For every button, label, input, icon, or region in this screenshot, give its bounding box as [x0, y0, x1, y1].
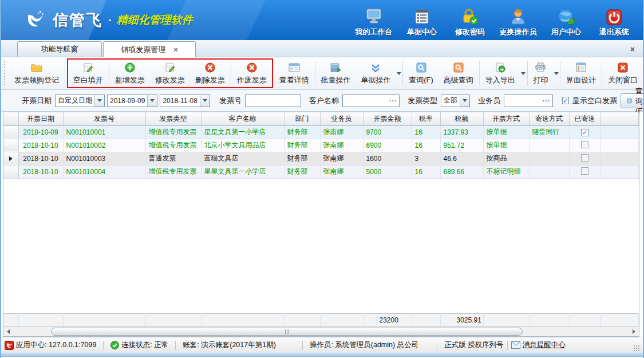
status-divider	[302, 341, 303, 350]
scroll-left-icon[interactable]	[3, 327, 13, 336]
toolbar-ui-design-button[interactable]: 界面设计	[561, 60, 601, 87]
toolbar-void-invoice-button[interactable]: 作废发票	[232, 60, 272, 87]
mail-icon	[511, 341, 520, 349]
resize-grip[interactable]	[634, 345, 639, 351]
tab-close-icon[interactable]: ×	[173, 45, 178, 54]
toolbar-print-button[interactable]: 打印	[528, 60, 553, 87]
nav-document-center[interactable]: 单据中心	[398, 6, 446, 37]
add-circle-icon	[125, 62, 135, 73]
salesperson-input[interactable]	[504, 96, 541, 106]
sent-checkbox[interactable]	[581, 154, 588, 162]
search-blue-icon	[416, 62, 426, 73]
sent-checkbox[interactable]	[581, 129, 588, 136]
row-selector-cell[interactable]	[3, 165, 18, 178]
toolbar-separator	[402, 61, 403, 85]
toolbar-close-window-button[interactable]: 关闭窗口	[603, 60, 643, 87]
invoice-type-select[interactable]: 全部	[441, 95, 470, 107]
toolbar-separator	[65, 61, 65, 85]
toolbar-separator	[527, 61, 528, 85]
toolbar-document-operations-button[interactable]: 单据操作	[355, 60, 396, 87]
tab-sales-invoice-management[interactable]: 销项发票管理 ×	[103, 41, 196, 57]
row-selector-cell[interactable]	[3, 139, 18, 152]
toolbar-grip-handle[interactable]	[3, 61, 6, 85]
table-row[interactable]: 2018-10-10 N001010004 增值税专用发票 星星文具第一小学店 …	[3, 165, 639, 178]
document-operations-dropdown-arrow[interactable]	[396, 60, 402, 87]
customer-name-input[interactable]	[343, 96, 388, 106]
date-mode-select[interactable]: 自定义日期	[55, 95, 105, 107]
nav-exit-system[interactable]: 退出系统	[590, 6, 638, 37]
sent-checkbox[interactable]	[581, 167, 588, 175]
toolbar-edit-invoice-button[interactable]: 修改发票	[150, 60, 190, 87]
nav-my-workbench[interactable]: 我的工作台	[350, 6, 398, 37]
show-blank-invoice-checkbox[interactable]	[562, 97, 569, 104]
ellipsis-picker-icon[interactable]: ···	[388, 97, 399, 104]
status-bar: 应用中心: 127.0.0.1:7099 连接状态: 正常 账套: 演示账套(2…	[1, 337, 643, 353]
chevron-down-icon[interactable]	[460, 95, 469, 107]
status-app-center: 应用中心: 127.0.0.1:7099	[5, 340, 96, 350]
toolbar-separator	[560, 61, 560, 85]
toolbar-view-details-button[interactable]: 查看详情	[274, 60, 314, 87]
password-lock-icon	[461, 6, 479, 25]
table-row-current[interactable]: 2018-10-10 N001010003 普通发票 蓝猫文具店 财务部 张南娜…	[3, 152, 639, 165]
tax-total: 3025.91	[440, 314, 483, 326]
scroll-right-icon[interactable]	[629, 327, 639, 336]
amount-total: 23200	[363, 314, 412, 326]
col-header[interactable]: 开票方式	[483, 112, 529, 125]
col-header[interactable]: 税额	[440, 112, 483, 125]
ellipsis-picker-icon[interactable]: ···	[541, 97, 552, 104]
invoice-no-input[interactable]	[245, 95, 301, 107]
power-icon	[606, 6, 622, 25]
import-export-dropdown-arrow[interactable]	[520, 60, 527, 87]
col-header[interactable]: 业务员	[320, 112, 363, 125]
toolbar-invoice-purchase-register-button[interactable]: 发票领购登记	[9, 60, 64, 87]
horizontal-scrollbar[interactable]	[3, 326, 639, 336]
col-header[interactable]: 寄送方式	[529, 112, 569, 125]
show-blank-invoice-label: 显示空白发票	[572, 96, 617, 106]
brand-name: 信管飞	[53, 10, 102, 30]
toolbar: 发票领购登记 空白填开 新增发票 修改发票 删除发票	[1, 57, 643, 90]
col-header[interactable]: 已寄送	[569, 112, 600, 125]
search-blue-icon	[627, 96, 632, 105]
col-header[interactable]: 发票类型	[145, 112, 201, 125]
row-selector-cell[interactable]	[3, 125, 18, 139]
col-header[interactable]: 税率	[412, 112, 440, 125]
toolbar-delete-invoice-button[interactable]: 删除发票	[190, 60, 230, 87]
nav-switch-operator[interactable]: 更换操作员	[494, 6, 542, 37]
table-row[interactable]: 2018-10-10 N001010002 增值税专用发票 北京小学文具用品店 …	[3, 139, 639, 152]
toolbar-add-invoice-button[interactable]: 新增发票	[110, 60, 150, 87]
row-selector-cell[interactable]	[3, 152, 18, 165]
status-divider	[437, 341, 437, 350]
toolbar-import-export-button[interactable]: 导入导出	[480, 60, 520, 87]
tab-function-nav[interactable]: 功能导航窗	[17, 41, 102, 57]
date-from-select[interactable]: 2018-09-09	[107, 95, 157, 107]
query-button[interactable]: 查询(F)	[621, 93, 644, 108]
table-row[interactable]: 2018-10-09 N001010001 增值税专用发票 星星文具第一小学店 …	[3, 125, 639, 139]
print-dropdown-arrow[interactable]	[553, 60, 559, 87]
toolbar-separator	[109, 61, 109, 85]
toolbar-batch-operations-button[interactable]: 批量操作	[315, 60, 355, 87]
edit-page-icon	[165, 62, 175, 73]
top-nav: 我的工作台 单据中心 修改密码 更换操作员 用户中心	[350, 6, 638, 37]
monitor-icon	[365, 6, 383, 25]
chevron-down-icon[interactable]	[147, 95, 157, 107]
nav-change-password[interactable]: 修改密码	[446, 6, 494, 37]
col-header[interactable]: 客户名称	[201, 112, 284, 125]
sent-checkbox[interactable]	[581, 141, 588, 148]
col-header[interactable]: 开票日期	[18, 112, 63, 125]
date-to-select[interactable]: 2018-11-08	[160, 95, 210, 107]
chevron-down-icon[interactable]	[94, 95, 104, 107]
salesperson-label: 业务员	[478, 96, 500, 106]
toolbar-blank-fill-button[interactable]: 空白填开	[68, 60, 108, 87]
scrollbar-thumb[interactable]	[51, 328, 523, 336]
toolbar-advanced-query-button[interactable]: 高级查询	[438, 60, 479, 87]
chevron-down-icon[interactable]	[200, 95, 210, 107]
col-header[interactable]: 开票金额	[363, 112, 412, 125]
toolbar-query-button[interactable]: 查询(F)	[404, 60, 438, 87]
nav-user-center[interactable]: 用户中心	[542, 6, 590, 37]
col-header[interactable]: 发票号	[63, 112, 145, 125]
invoice-no-label: 发票号	[219, 96, 242, 106]
panel-close-icon[interactable]: ×	[630, 45, 635, 54]
message-center-link[interactable]: 消息提醒中心	[511, 340, 566, 350]
switch-user-icon	[509, 6, 527, 25]
col-header[interactable]: 部门	[284, 112, 320, 125]
